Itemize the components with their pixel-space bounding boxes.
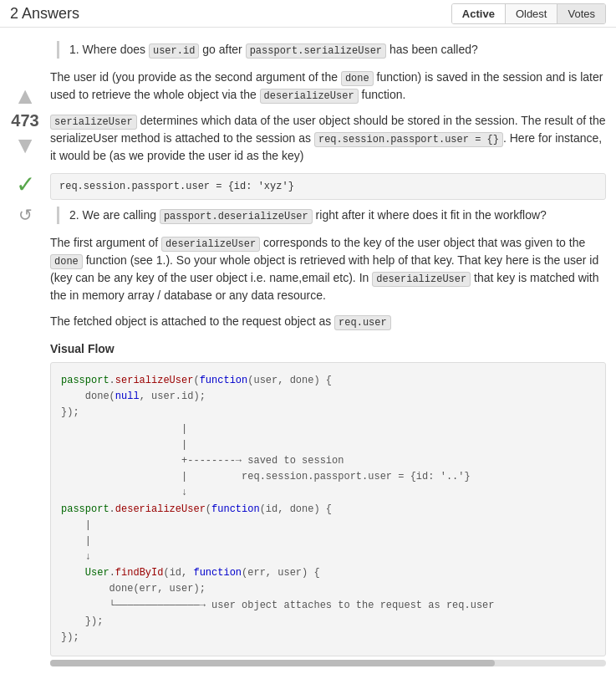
vote-down-button[interactable]: ▼ bbox=[13, 134, 37, 157]
vote-column: ▲ 473 ▼ ✓ ↺ bbox=[0, 34, 50, 673]
inline-code-req-session: req.session.passport.user = {} bbox=[314, 132, 503, 147]
accepted-check-icon: ✓ bbox=[16, 171, 35, 198]
tab-active[interactable]: Active bbox=[452, 4, 506, 23]
paragraph-1: The user id (you provide as the second a… bbox=[50, 69, 606, 104]
paragraph-3: The first argument of deserializeUser co… bbox=[50, 234, 606, 304]
inline-code-deserialize-user-1: deserializeUser bbox=[260, 89, 359, 104]
numbered-item-2: 2. We are calling passport.deserializeUs… bbox=[57, 207, 606, 224]
vote-up-button[interactable]: ▲ bbox=[13, 84, 37, 108]
paragraph-2: serializeUser determines which data of t… bbox=[50, 112, 606, 165]
inline-code-deserialize-user-2: deserializeUser bbox=[161, 237, 260, 252]
page-title: 2 Answers bbox=[10, 5, 79, 23]
history-icon[interactable]: ↺ bbox=[18, 205, 33, 225]
page-header: 2 Answers Active Oldest Votes bbox=[0, 0, 616, 28]
inline-code-passport-deserialize: passport.deserializeUser bbox=[160, 209, 313, 224]
question-1-text: 1. Where does user.id go after passport.… bbox=[69, 41, 606, 59]
visual-flow-code: passport.serializeUser(function(user, do… bbox=[50, 362, 606, 656]
question-2-text: 2. We are calling passport.deserializeUs… bbox=[69, 207, 606, 224]
inline-code-done: done bbox=[341, 71, 374, 86]
scrollbar-thumb[interactable] bbox=[50, 660, 495, 666]
answer-container: ▲ 473 ▼ ✓ ↺ 1. Where does user.id go aft… bbox=[0, 28, 616, 674]
tab-votes[interactable]: Votes bbox=[557, 4, 605, 23]
numbered-item-1: 1. Where does user.id go after passport.… bbox=[57, 41, 606, 59]
inline-code-serialize-user: serializeUser bbox=[50, 115, 137, 130]
answer-content: 1. Where does user.id go after passport.… bbox=[50, 34, 616, 673]
inline-code-done-2: done bbox=[50, 254, 83, 269]
paragraph-4: The fetched object is attached to the re… bbox=[50, 313, 606, 330]
inline-code-deserialize-user-3: deserializeUser bbox=[372, 272, 471, 287]
inline-code-req-user: req.user bbox=[334, 315, 391, 330]
code-block-1: req.session.passport.user = {id: 'xyz'} bbox=[50, 173, 606, 200]
horizontal-scrollbar[interactable] bbox=[50, 660, 606, 666]
inline-code-passport-serialize: passport.serializeUser bbox=[246, 43, 386, 59]
tab-oldest[interactable]: Oldest bbox=[506, 4, 558, 23]
visual-flow-title: Visual Flow bbox=[50, 342, 606, 355]
inline-code-user-id: user.id bbox=[149, 43, 199, 59]
answer-tab-group: Active Oldest Votes bbox=[451, 3, 606, 24]
vote-count: 473 bbox=[11, 111, 38, 130]
